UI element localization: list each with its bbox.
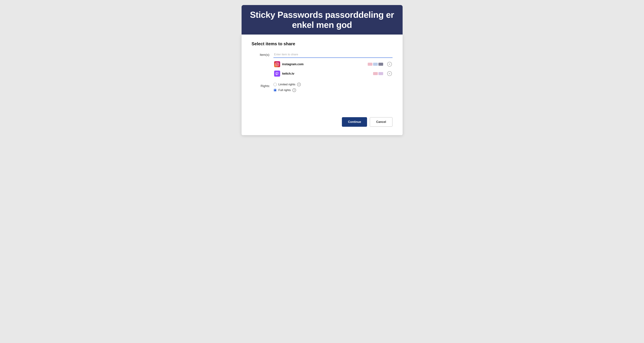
dialog-wrapper: Select items to share Item(s):	[242, 34, 402, 135]
list-item: instagram.com ✕	[274, 60, 392, 68]
meta-block	[373, 63, 378, 66]
instagram-item-name: instagram.com	[282, 62, 368, 66]
remove-instagram-button[interactable]: ✕	[387, 62, 392, 66]
items-label: Item(s):	[252, 51, 270, 57]
list-item: twitch.tv ✕	[274, 69, 392, 78]
twitch-item-name: twitch.tv	[282, 72, 373, 75]
meta-block	[378, 72, 383, 75]
instagram-icon	[274, 61, 280, 67]
dialog-title: Select items to share	[252, 41, 392, 46]
items-row: Item(s): instagram.com	[252, 51, 392, 78]
full-rights-label: Full rights	[278, 88, 291, 92]
full-rights-option[interactable]: Full rights ?	[274, 88, 392, 92]
remove-twitch-button[interactable]: ✕	[387, 71, 392, 76]
limited-rights-label: Limited rights	[278, 83, 296, 86]
items-list: instagram.com ✕	[274, 60, 392, 78]
continue-button[interactable]: Continue	[342, 117, 367, 127]
svg-point-1	[276, 63, 278, 65]
svg-rect-0	[276, 63, 278, 66]
rights-label: Rights:	[252, 83, 270, 88]
limited-rights-radio[interactable]	[274, 83, 277, 86]
page-container: Sticky Passwords passorddeling er enkel …	[242, 5, 402, 135]
cancel-button[interactable]: Cancel	[370, 117, 392, 127]
svg-point-2	[278, 63, 278, 63]
limited-rights-help-icon[interactable]: ?	[297, 83, 301, 86]
twitch-icon	[274, 71, 280, 77]
items-content: instagram.com ✕	[274, 51, 392, 78]
item-search-input[interactable]	[274, 51, 392, 58]
twitch-meta	[373, 72, 383, 75]
limited-rights-option[interactable]: Limited rights ?	[274, 83, 392, 86]
full-rights-help-icon[interactable]: ?	[292, 88, 296, 92]
banner-title: Sticky Passwords passorddeling er enkel …	[248, 10, 396, 30]
rights-options: Limited rights ? Full rights ?	[274, 83, 392, 92]
dialog-footer: Continue Cancel	[252, 110, 392, 127]
meta-block	[373, 72, 378, 75]
full-rights-radio[interactable]	[274, 88, 277, 92]
instagram-meta	[368, 63, 383, 66]
meta-block	[378, 63, 383, 66]
meta-block	[368, 63, 372, 66]
top-banner: Sticky Passwords passorddeling er enkel …	[242, 5, 402, 34]
rights-row: Rights: Limited rights ? Full rights ?	[252, 83, 392, 92]
